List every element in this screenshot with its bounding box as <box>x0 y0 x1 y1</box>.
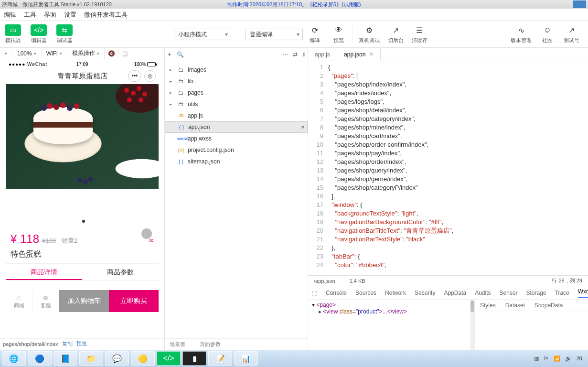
dt-tab-console[interactable]: Console <box>326 290 347 296</box>
more-icon[interactable]: ⋯ <box>282 51 288 58</box>
editor-tab-app-js[interactable]: app.js <box>308 48 337 61</box>
taskbar-wechat[interactable]: 💬 <box>105 351 129 366</box>
menu-wechat-devtools[interactable]: 微信开发者工具 <box>84 11 128 19</box>
close-tab-icon[interactable]: ✕ <box>369 51 374 57</box>
debugger-toggle-button[interactable]: ⇆ <box>56 24 73 36</box>
loading-dot <box>141 228 152 239</box>
taskbar-chrome[interactable]: 🌐 <box>2 351 26 366</box>
subtab-styles[interactable]: Styles <box>480 302 496 309</box>
editor-tab-app-json[interactable]: app.json✕ <box>337 48 381 61</box>
network-select[interactable]: WiFi▾ <box>42 48 67 59</box>
community-button[interactable]: ☺ <box>539 24 556 36</box>
simulator-toggle-button[interactable]: ▭ <box>5 24 21 36</box>
action-mall[interactable]: ⌂商城 <box>6 290 32 312</box>
folder-lib[interactable]: ▸🗀lib <box>165 76 308 87</box>
file-sitemap-json[interactable]: { }sitemap.json <box>165 156 308 167</box>
version-label: 版本管理 <box>511 37 532 44</box>
tray-wifi[interactable]: 📶 <box>554 356 560 362</box>
taskbar-app6[interactable]: 🟡 <box>131 351 155 366</box>
folder-utils[interactable]: ▸🗀utils <box>165 98 308 110</box>
simulate-action-select[interactable]: 模拟操作▾ <box>67 48 105 59</box>
file-app-js[interactable]: JSapp.js <box>165 110 308 121</box>
device-select[interactable]: ▾ <box>0 48 12 59</box>
dt-tab-wxml[interactable]: Wxml <box>578 288 588 298</box>
version-button[interactable]: ∿ <box>513 24 529 36</box>
taskbar-app2[interactable]: 🔵 <box>28 351 52 366</box>
testid-button[interactable]: ↗ <box>563 24 579 36</box>
debugger-label: 调试器 <box>57 37 73 44</box>
compile-select[interactable]: 普通编译 <box>246 29 303 40</box>
dt-tab-security[interactable]: Security <box>415 290 435 296</box>
remote-debug-button[interactable]: ⚙ <box>361 24 377 36</box>
settings-icon[interactable]: ⇄ <box>293 51 298 58</box>
new-file-icon[interactable]: + <box>168 51 171 58</box>
dt-tab-appdata[interactable]: AppData <box>444 290 466 296</box>
preview-button[interactable]: 👁 <box>331 24 347 36</box>
menu-view[interactable]: 界面 <box>44 11 56 19</box>
dt-tab-sources[interactable]: Sources <box>355 290 376 296</box>
tab-params[interactable]: 商品参数 <box>82 264 159 280</box>
file-explorer-pane: + 🔍 ⋯ ⇄ ⫴ ▸🗀images ▸🗀lib ▸🗀pages ▸🗀utils… <box>165 48 308 350</box>
scene-value-label[interactable]: 场景值 <box>170 341 185 348</box>
sim-copy-link[interactable]: 复制 <box>62 340 73 347</box>
action-service[interactable]: ☻客服 <box>32 290 59 312</box>
dt-tab-audits[interactable]: Audits <box>475 290 491 296</box>
mode-select[interactable]: 小程序模式 <box>174 29 231 40</box>
action-buy-now[interactable]: 立即购买 <box>109 290 159 312</box>
page-params-label[interactable]: 页面参数 <box>200 341 221 348</box>
file-app-json[interactable]: { }app.json <box>165 121 308 133</box>
main-toolbar: ▭ 模拟器 </> 编辑器 ⇆ 调试器 小程序模式 普通编译 ⟳编译 👁预览 ⚙… <box>0 21 588 48</box>
background-button[interactable]: ↗ <box>387 24 404 36</box>
dt-tab-trace[interactable]: Trace <box>555 290 569 296</box>
dt-tab-sensor[interactable]: Sensor <box>500 290 518 296</box>
simulator-label: 模拟器 <box>5 37 21 44</box>
taskbar-ide[interactable]: 📘 <box>53 351 77 366</box>
dt-tab-network[interactable]: Network <box>385 290 406 296</box>
status-path: /app.json <box>314 278 335 284</box>
tab-detail[interactable]: 商品详情 <box>6 264 82 280</box>
action-add-cart[interactable]: 加入购物车 <box>59 290 109 312</box>
menu-settings[interactable]: 设置 <box>64 11 76 19</box>
compile-label: 编译 <box>310 37 320 44</box>
tray-time[interactable]: 20 <box>577 356 582 361</box>
zoom-select[interactable]: 100%▾ <box>12 48 42 59</box>
devtools-select-icon[interactable]: ⬚ <box>312 290 317 296</box>
tray-flag[interactable]: 🏳 <box>544 356 549 361</box>
testid-label: 测试号 <box>564 37 579 44</box>
compile-button[interactable]: ⟳ <box>307 24 323 36</box>
taskbar-app10[interactable]: 📊 <box>234 351 258 366</box>
capsule-close-button[interactable]: ◎ <box>144 70 156 82</box>
editor-toggle-button[interactable]: </> <box>31 24 47 36</box>
taskbar-cmd[interactable]: ▮ <box>182 351 206 366</box>
collapse-icon[interactable]: ⫴ <box>302 51 305 58</box>
file-app-wxss[interactable]: WXSSapp.wxss <box>165 133 308 144</box>
nav-title: 青青草原蛋糕店 <box>57 72 107 81</box>
editor-pane: app.js app.json✕ 12345678910111213141516… <box>308 48 588 350</box>
detach-icon[interactable]: ◫ <box>118 48 131 59</box>
product-image[interactable] <box>6 84 159 189</box>
windows-taskbar: 🌐 🔵 📘 📁 💬 🟡 </> ▮ 📝 📊 ▥ 🏳 📶 🔊 20 <box>0 350 588 367</box>
menu-tools[interactable]: 工具 <box>24 11 36 19</box>
capsule-menu-button[interactable]: ••• <box>128 70 141 82</box>
taskbar-devtools[interactable]: </> <box>157 351 181 366</box>
taskbar-app9[interactable]: 📝 <box>208 351 232 366</box>
tray-volume[interactable]: 🔊 <box>565 356 572 362</box>
subtab-dataset[interactable]: Dataset <box>505 302 525 309</box>
file-project-config[interactable]: {o}project.config.json <box>165 144 308 156</box>
search-icon[interactable]: 🔍 <box>177 51 184 58</box>
mute-icon[interactable]: 🔇 <box>105 48 118 59</box>
price-current: ¥ 118 <box>11 232 39 246</box>
code-editor[interactable]: 123456789101112131415161718192021222324 … <box>308 61 588 275</box>
folder-pages[interactable]: ▸🗀pages <box>165 87 308 98</box>
clear-cache-button[interactable]: ☰ <box>411 24 428 36</box>
folder-images[interactable]: ▸🗀images <box>165 64 308 76</box>
taskbar-explorer[interactable]: 📁 <box>79 351 103 366</box>
dt-tab-storage[interactable]: Storage <box>526 290 546 296</box>
subtab-scopedata[interactable]: ScopeData <box>535 302 563 309</box>
tray-icon[interactable]: ▥ <box>534 356 539 362</box>
window-minimize-button[interactable]: — <box>573 0 586 8</box>
product-name: 特色蛋糕 <box>6 248 159 263</box>
background-label: 切后台 <box>388 37 404 44</box>
sim-preview-link[interactable]: 预览 <box>76 340 87 347</box>
menu-edit[interactable]: 编辑 <box>4 11 16 19</box>
